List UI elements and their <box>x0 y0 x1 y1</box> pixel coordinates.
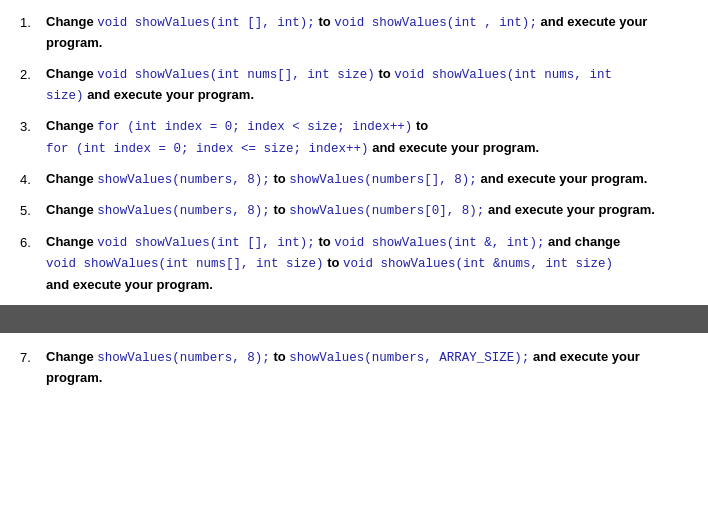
code-snippet: showValues(numbers, 8); <box>97 351 270 365</box>
text-change: Change <box>46 234 97 249</box>
list-item: 5. Change showValues(numbers, 8); to sho… <box>20 200 688 221</box>
code-snippet: showValues(numbers[0], 8); <box>289 204 484 218</box>
main-content: 1. Change void showValues(int [], int); … <box>0 0 708 295</box>
item-number: 1. <box>20 12 40 54</box>
bottom-content: 7. Change showValues(numbers, 8); to sho… <box>0 333 708 389</box>
item-number: 2. <box>20 64 40 107</box>
item-number: 3. <box>20 116 40 159</box>
text-to: to <box>270 202 290 217</box>
text-to: to <box>270 171 290 186</box>
code-snippet: void showValues(int nums[], int size) <box>97 68 375 82</box>
text-execute: and execute your program. <box>84 87 255 102</box>
item-text: Change void showValues(int [], int); to … <box>46 12 688 54</box>
code-snippet: void showValues(int &, int); <box>334 236 544 250</box>
item-text: Change showValues(numbers, 8); to showVa… <box>46 169 688 190</box>
code-snippet: void showValues(int &nums, int size) <box>343 257 613 271</box>
code-snippet: for (int index = 0; index <= size; index… <box>46 142 369 156</box>
code-snippet: showValues(numbers, 8); <box>97 204 270 218</box>
list-item: 4. Change showValues(numbers, 8); to sho… <box>20 169 688 190</box>
text-change: Change <box>46 14 97 29</box>
separator-bar <box>0 305 708 333</box>
text-execute: and execute your program. <box>369 140 540 155</box>
code-snippet: showValues(numbers, ARRAY_SIZE); <box>289 351 529 365</box>
text-to: to <box>270 349 290 364</box>
item-text: Change void showValues(int [], int); to … <box>46 232 688 295</box>
text-change: Change <box>46 66 97 81</box>
item-text: Change void showValues(int nums[], int s… <box>46 64 688 107</box>
list-item: 2. Change void showValues(int nums[], in… <box>20 64 688 107</box>
item-text: Change for (int index = 0; index < size;… <box>46 116 688 159</box>
text-to: to <box>412 118 428 133</box>
text-execute: and execute your program. <box>484 202 655 217</box>
text-and-change: and change <box>544 234 620 249</box>
text-to: to <box>375 66 395 81</box>
text-to2: to <box>324 255 344 270</box>
item-text: Change showValues(numbers, 8); to showVa… <box>46 200 688 221</box>
code-snippet: void showValues(int [], int); <box>97 16 315 30</box>
text-execute: and execute your program. <box>46 277 213 292</box>
item-text: Change showValues(numbers, 8); to showVa… <box>46 347 688 389</box>
item-number: 6. <box>20 232 40 295</box>
item-number: 4. <box>20 169 40 190</box>
code-snippet: showValues(numbers, 8); <box>97 173 270 187</box>
text-to: to <box>315 14 335 29</box>
item-number: 7. <box>20 347 40 389</box>
code-snippet: showValues(numbers[], 8); <box>289 173 477 187</box>
text-change: Change <box>46 349 97 364</box>
code-snippet: void showValues(int [], int); <box>97 236 315 250</box>
text-to: to <box>315 234 335 249</box>
list-item: 3. Change for (int index = 0; index < si… <box>20 116 688 159</box>
code-snippet: void showValues(int , int); <box>334 16 537 30</box>
text-change: Change <box>46 171 97 186</box>
code-snippet: for (int index = 0; index < size; index+… <box>97 120 412 134</box>
text-change: Change <box>46 202 97 217</box>
code-snippet: void showValues(int nums[], int size) <box>46 257 324 271</box>
text-execute: and execute your program. <box>477 171 648 186</box>
text-change: Change <box>46 118 97 133</box>
list-item: 6. Change void showValues(int [], int); … <box>20 232 688 295</box>
list-item: 1. Change void showValues(int [], int); … <box>20 12 688 54</box>
item-number: 5. <box>20 200 40 221</box>
list-item: 7. Change showValues(numbers, 8); to sho… <box>20 347 688 389</box>
